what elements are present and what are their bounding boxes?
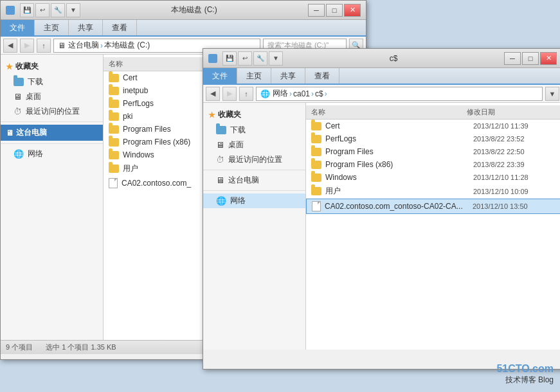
path-text: 这台电脑: [68, 40, 99, 51]
recent-icon: ⏱: [14, 107, 22, 116]
minimize-btn-win1[interactable]: ─: [308, 4, 325, 17]
file-row-cert-win2[interactable]: Cert 2013/12/10 11:39: [306, 120, 560, 132]
properties-btn-win2[interactable]: 🔧: [253, 51, 267, 66]
back-btn-win1[interactable]: ◀: [3, 39, 17, 53]
filename-windows-win2: Windows: [325, 173, 469, 182]
sidebar-sep4: [203, 190, 305, 191]
save-btn-win2[interactable]: 💾: [222, 51, 237, 66]
favorites-label-win2: 收藏夹: [218, 109, 241, 120]
search-btn-win2[interactable]: ▼: [545, 87, 559, 101]
path-network: 网络: [273, 88, 288, 99]
window-controls-win1: ─ □ ✕: [308, 4, 361, 17]
sidebar-favorites-header[interactable]: ★ 收藏夹: [1, 58, 103, 75]
sidebar-item-desktop-win1[interactable]: 🖥 桌面: [1, 89, 103, 104]
undo-btn-win2[interactable]: ↩: [238, 51, 252, 66]
desktop-label: 桌面: [26, 91, 41, 102]
sidebar-item-download-win2[interactable]: 下载: [203, 123, 305, 138]
up-btn-win2[interactable]: ↑: [239, 87, 253, 101]
filedate-windows-win2: 2013/12/10 11:28: [473, 174, 557, 181]
folder-icon-users: [109, 165, 119, 173]
window-icon-win2: [208, 54, 217, 63]
tab-file-win1[interactable]: 文件: [1, 20, 35, 35]
folder-icon-download-win2: [216, 126, 226, 134]
sidebar-item-network-win2[interactable]: 🌐 网络: [203, 193, 305, 208]
filedate-perflogs-win2: 2013/8/22 23:52: [473, 135, 557, 143]
filedate-programfiles-win2: 2013/8/22 22:50: [473, 148, 557, 156]
desktop-label-win2: 桌面: [228, 139, 244, 150]
sidebar-item-desktop-win2[interactable]: 🖥 桌面: [203, 138, 305, 152]
filedate-programfilesx86-win2: 2013/8/22 23:39: [473, 161, 557, 168]
window-controls-win2: ─ □ ✕: [504, 52, 557, 65]
maximize-btn-win2[interactable]: □: [522, 52, 539, 65]
sidebar-win2: ★ 收藏夹 下载 🖥 桌面 ⏱ 最近访问的位置 🖥 这台电脑 🌐: [203, 103, 306, 350]
file-row-programfiles-win2[interactable]: Program Files 2013/8/22 22:50: [306, 145, 560, 158]
sidebar-pc-header-win1[interactable]: 🖥 这台电脑: [1, 125, 103, 141]
file-row-programfilesx86-win2[interactable]: Program Files (x86) 2013/8/22 23:39: [306, 158, 560, 171]
file-row-windows-win2[interactable]: Windows 2013/12/10 11:28: [306, 171, 560, 184]
sidebar-item-download-win1[interactable]: 下载: [1, 75, 103, 89]
forward-btn-win2[interactable]: ▶: [222, 87, 237, 101]
back-btn-win2[interactable]: ◀: [206, 87, 220, 101]
quick-toolbar-win2: 💾 ↩ 🔧 ▼: [222, 51, 283, 66]
star-icon-win2: ★: [208, 111, 215, 120]
up-btn-win1[interactable]: ↑: [37, 39, 51, 53]
folder-icon-cert: [109, 74, 119, 82]
folder-icon-programfiles: [109, 125, 119, 134]
sidebar-section-pc-win1: 🖥 这台电脑: [1, 125, 103, 141]
tab-home-win1[interactable]: 主页: [35, 20, 69, 35]
close-btn-win2[interactable]: ✕: [540, 52, 557, 65]
recent-label-win2: 最近访问的位置: [228, 154, 282, 165]
sidebar-item-recent-win2[interactable]: ⏱ 最近访问的位置: [203, 152, 305, 167]
sidebar-item-recent-win1[interactable]: ⏱ 最近访问的位置: [1, 104, 103, 119]
file-list-header-win2: 名称 修改日期: [306, 105, 560, 120]
file-row-ca02-win2[interactable]: CA02.contoso.com_contoso-CA02-CA... 2013…: [306, 199, 560, 214]
file-row-perflogs-win2[interactable]: PerfLogs 2013/8/22 23:52: [306, 132, 560, 145]
pc-icon: 🖥: [6, 129, 14, 138]
pc-label-win2: 这台电脑: [228, 175, 259, 186]
folder-icon-windows-win2: [311, 174, 321, 182]
tab-view-win1[interactable]: 查看: [103, 20, 137, 35]
sidebar-win1: ★ 收藏夹 下载 🖥 桌面 ⏱ 最近访问的位置 🖥 这台电脑: [1, 55, 104, 340]
filename-cert-win2: Cert: [325, 121, 469, 130]
watermark-sub: 技术博客 Blog: [496, 375, 554, 386]
minimize-btn-win2[interactable]: ─: [504, 52, 521, 65]
save-btn[interactable]: 💾: [20, 3, 34, 17]
properties-btn[interactable]: 🔧: [51, 3, 65, 17]
filename-programfilesx86-win2: Program Files (x86): [325, 160, 469, 169]
tab-share-win1[interactable]: 共享: [69, 20, 103, 35]
window-content-win2: ★ 收藏夹 下载 🖥 桌面 ⏱ 最近访问的位置 🖥 这台电脑 🌐: [203, 103, 560, 350]
filedate-cert-win2: 2013/12/10 11:39: [473, 122, 557, 130]
address-bar-win2: ◀ ▶ ↑ 🌐 网络 › ca01 › c$ › ▼: [203, 85, 560, 103]
folder-icon-users-win2: [311, 187, 321, 195]
path-cs: c$: [315, 89, 323, 98]
close-btn-win1[interactable]: ✕: [344, 4, 361, 17]
maximize-btn-win1[interactable]: □: [326, 4, 343, 17]
sidebar-item-network-win1[interactable]: 🌐 网络: [1, 147, 103, 161]
address-path-win2[interactable]: 🌐 网络 › ca01 › c$ ›: [256, 87, 543, 101]
more-btn-win2[interactable]: ▼: [269, 51, 283, 66]
file-row-users-win2[interactable]: 用户 2013/12/10 10:09: [306, 184, 560, 199]
tab-file-win2[interactable]: 文件: [203, 68, 237, 84]
undo-btn[interactable]: ↩: [35, 3, 50, 17]
more-btn[interactable]: ▼: [66, 3, 80, 17]
quick-toolbar-win1: 💾 ↩ 🔧 ▼: [20, 3, 80, 17]
folder-icon-programfilesx86: [109, 138, 119, 147]
tab-home-win2[interactable]: 主页: [237, 68, 271, 84]
tab-view-win2[interactable]: 查看: [305, 68, 339, 84]
download-label: 下载: [28, 76, 43, 87]
path-icon-win2: 🌐: [260, 89, 270, 98]
folder-icon-inetpub: [109, 87, 119, 95]
desktop-icon: 🖥: [14, 92, 22, 102]
sidebar-item-pc-win2[interactable]: 🖥 这台电脑: [203, 173, 305, 188]
filename-ca02-win2: CA02.contoso.com_contoso-CA02-CA...: [325, 202, 469, 211]
path-ca01: ca01: [293, 89, 310, 98]
sidebar-sep2: [1, 143, 103, 144]
path-icon: 🖥: [58, 41, 66, 50]
sidebar-favorites-header-win2[interactable]: ★ 收藏夹: [203, 107, 305, 123]
folder-icon-perflogs-win2: [311, 135, 321, 143]
status-selected-win1: 选中 1 个项目 1.35 KB: [46, 343, 116, 352]
tab-share-win2[interactable]: 共享: [271, 68, 305, 84]
network-label-win2: 网络: [230, 195, 246, 206]
forward-btn-win1[interactable]: ▶: [20, 39, 34, 53]
path-segment: 本地磁盘 (C:): [104, 40, 150, 51]
